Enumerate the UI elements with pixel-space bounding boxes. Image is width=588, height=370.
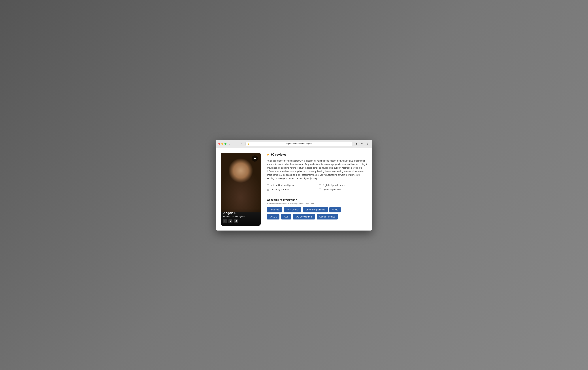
- experience-icon: [318, 188, 321, 191]
- tutor-profile: ★ 90 reviews I'm an experienced communic…: [267, 153, 367, 226]
- video-thumbnail: [221, 153, 261, 212]
- tag-php-laravel[interactable]: PHP Laravel: [284, 207, 301, 212]
- degree-text: MSc Artificial Intelligence: [271, 184, 294, 186]
- tutor-name: Angela B.: [223, 211, 258, 215]
- page-content: Angela B. London, United Kingdom in: [216, 148, 372, 230]
- reviews-count: 90 reviews: [271, 153, 286, 156]
- svg-rect-3: [267, 184, 269, 186]
- tags-row-2: MySQL AWS iOS Development Google Firebas…: [267, 214, 367, 219]
- address-bar[interactable]: 🔒 https://tutorbloc.com/s/angela ↻: [245, 142, 352, 146]
- forward-button[interactable]: ›: [239, 142, 244, 146]
- share-icon: ⬆: [355, 142, 357, 145]
- star-icon: ★: [267, 153, 270, 157]
- tutor-card: Angela B. London, United Kingdom in: [221, 153, 261, 226]
- new-tab-button[interactable]: +: [359, 141, 364, 146]
- instagram-icon[interactable]: [234, 219, 238, 223]
- experience-text: 4 years experience: [323, 188, 341, 191]
- windows-icon: ⧉: [367, 142, 368, 145]
- tutor-location: London, United Kingdom: [223, 215, 258, 218]
- language-icon: [318, 184, 321, 187]
- help-heading: What can I help you with?: [267, 198, 367, 201]
- reload-button[interactable]: ↻: [348, 142, 350, 145]
- tag-ios-development[interactable]: iOS Development: [293, 214, 315, 219]
- university-detail: University of Bristol: [267, 188, 315, 191]
- help-section: What can I help you with? Please choose …: [267, 198, 367, 219]
- browser-window: ‹ › 🔒 https://tutorbloc.com/s/angela ↻ ⬆…: [216, 140, 372, 230]
- browser-actions: ⬆ + ⧉: [354, 141, 370, 146]
- close-button[interactable]: [218, 143, 220, 145]
- linkedin-icon[interactable]: in: [223, 219, 227, 223]
- tags-row-1: JavaScript PHP Laravel Linear Programmin…: [267, 207, 367, 212]
- share-button[interactable]: ⬆: [354, 141, 359, 146]
- twitter-bird-icon: [230, 220, 231, 222]
- details-grid: MSc Artificial Intelligence English, Spa…: [267, 184, 367, 194]
- windows-button[interactable]: ⧉: [365, 141, 370, 146]
- back-button[interactable]: ‹: [234, 142, 238, 146]
- browser-controls: ‹ ›: [228, 142, 244, 146]
- degree-icon: [267, 184, 270, 187]
- languages-text: English, Spanish, Arabic: [323, 184, 346, 186]
- tutor-info: Angela B. London, United Kingdom in: [221, 209, 261, 226]
- bio-text: I'm an experienced communicator with a p…: [267, 159, 367, 180]
- play-button[interactable]: [252, 155, 258, 162]
- reviews-header: ★ 90 reviews: [267, 153, 367, 157]
- degree-detail: MSc Artificial Intelligence: [267, 184, 315, 187]
- svg-rect-0: [235, 220, 237, 222]
- portrait-overlay: [221, 153, 261, 212]
- traffic-lights: [218, 143, 226, 145]
- tag-linear-programming[interactable]: Linear Programming: [303, 207, 328, 212]
- lock-icon: 🔒: [247, 143, 250, 145]
- twitter-icon[interactable]: [229, 219, 232, 223]
- experience-detail: 4 years experience: [318, 188, 367, 191]
- tag-mysql[interactable]: MySQL: [267, 214, 279, 219]
- university-icon: [267, 188, 270, 191]
- instagram-camera-icon: [235, 220, 237, 222]
- sidebar-icon: [229, 143, 232, 145]
- tag-html[interactable]: HTML: [329, 207, 341, 212]
- languages-detail: English, Spanish, Arabic: [318, 184, 367, 187]
- play-icon: [254, 157, 256, 160]
- tag-javascript[interactable]: JavaScript: [267, 207, 282, 212]
- svg-point-1: [235, 221, 236, 221]
- back-icon: ‹: [235, 142, 236, 145]
- url-text: https://tutorbloc.com/s/angela: [251, 142, 347, 145]
- sidebar-toggle-button[interactable]: [228, 142, 233, 146]
- help-subtitle: Please choose one of the following optio…: [267, 202, 367, 205]
- forward-icon: ›: [241, 142, 242, 145]
- tag-aws[interactable]: AWS: [281, 214, 291, 219]
- social-icons: in: [223, 219, 258, 223]
- maximize-button[interactable]: [224, 143, 226, 145]
- browser-chrome: ‹ › 🔒 https://tutorbloc.com/s/angela ↻ ⬆…: [216, 140, 372, 148]
- university-text: University of Bristol: [271, 188, 289, 191]
- tag-google-firebase[interactable]: Google Firebase: [317, 214, 338, 219]
- new-tab-icon: +: [361, 142, 363, 145]
- minimize-button[interactable]: [221, 143, 223, 145]
